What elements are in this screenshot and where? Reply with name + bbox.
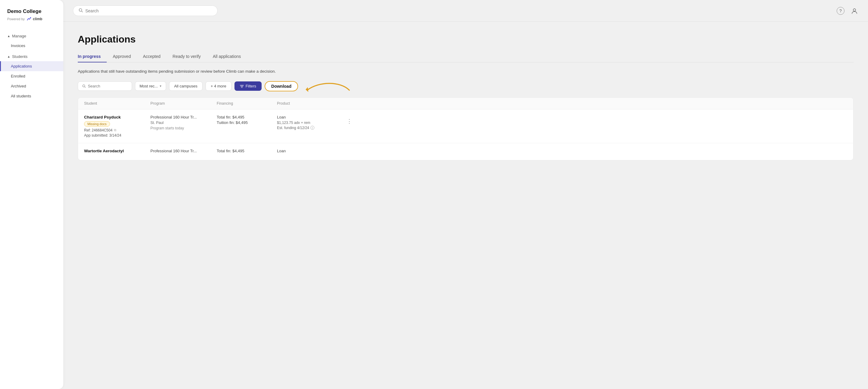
topbar: ? (63, 0, 868, 22)
more-filters-button[interactable]: + 4 more (206, 82, 231, 91)
actions-cell-1: ⋮ (343, 115, 355, 124)
missing-docs-badge: Missing docs (84, 121, 110, 127)
applications-tabs: In progress Approved Accepted Ready to v… (78, 51, 854, 62)
campus-filter-button[interactable]: All campuses (169, 82, 203, 91)
svg-marker-9 (306, 87, 308, 92)
students-chevron-icon: ▲ (7, 55, 10, 58)
sidebar-item-enrolled[interactable]: Enrolled (0, 71, 63, 81)
student-cell-1: Charizard Psyduck Missing docs Ref: 2466… (84, 115, 150, 138)
program-starts-1: Program starts today (150, 126, 217, 130)
sidebar: Demo College Powered by climb ▲ Manage I… (0, 0, 63, 389)
copy-icon-1[interactable]: ⧉ (114, 128, 116, 132)
tab-in-progress[interactable]: In progress (78, 51, 107, 62)
filters-icon (240, 84, 244, 88)
svg-line-5 (85, 87, 86, 88)
sidebar-item-invoices[interactable]: Invoices (0, 41, 63, 51)
page-content: Applications In progress Approved Accept… (63, 22, 868, 389)
sidebar-section-manage: ▲ Manage Invoices (0, 31, 63, 51)
filters-row: Most rec... ▾ All campuses + 4 more Filt… (78, 81, 854, 91)
global-search-bar[interactable] (73, 5, 218, 16)
ref-row-1: Ref: 246684C504 ⧉ (84, 128, 150, 132)
applications-table: Student Program Financing Product Chariz… (78, 97, 854, 160)
financing-cell-1: Total fin: $4,495 Tuition fin: $4,495 (217, 115, 277, 126)
main-content: ? Applications In progress Approved Acce… (63, 0, 868, 389)
sidebar-item-all-students[interactable]: All students (0, 91, 63, 101)
sort-chevron-icon: ▾ (160, 84, 161, 88)
est-funding-info-icon-1[interactable]: i (310, 126, 314, 130)
product-detail-1: $1,123.75 adv + rem (277, 121, 343, 125)
table-row: Charizard Psyduck Missing docs Ref: 2466… (78, 110, 853, 143)
col-header-product: Product (277, 101, 343, 106)
total-fin-1: Total fin: $4,495 (217, 115, 277, 119)
col-header-program: Program (150, 101, 217, 106)
help-icon-button[interactable]: ? (837, 7, 844, 15)
tab-description: Applications that still have outstanding… (78, 68, 854, 74)
product-cell-1: Loan $1,123.75 adv + rem Est. funding 4/… (277, 115, 343, 130)
student-name-2: Wartortle Aerodactyl (84, 149, 150, 153)
svg-point-3 (853, 9, 856, 11)
table-search-icon (82, 84, 86, 88)
tab-accepted[interactable]: Accepted (137, 51, 166, 62)
svg-line-2 (82, 11, 83, 12)
table-search-input[interactable] (88, 84, 127, 88)
col-header-student: Student (84, 101, 150, 106)
manage-section-header[interactable]: ▲ Manage (0, 31, 63, 41)
topbar-icons: ? (837, 7, 858, 15)
sidebar-section-students: ▲ Students Applications Enrolled Archive… (0, 52, 63, 101)
table-header: Student Program Financing Product (78, 98, 853, 110)
climb-logo-icon (26, 16, 32, 22)
global-search-input[interactable] (85, 8, 212, 13)
total-fin-2: Total fin: $4,495 (217, 149, 277, 153)
tab-ready-to-verify[interactable]: Ready to verify (167, 51, 207, 62)
download-button[interactable]: Download (265, 81, 298, 91)
table-row: Wartortle Aerodactyl Professional 160 Ho… (78, 143, 853, 160)
filters-button[interactable]: Filters (235, 82, 261, 91)
program-cell-1: Professional 160 Hour Tr... St. Paul Pro… (150, 115, 217, 130)
sidebar-item-archived[interactable]: Archived (0, 81, 63, 91)
program-name-1: Professional 160 Hour Tr... (150, 115, 217, 119)
sidebar-brand: Demo College Powered by climb (0, 8, 63, 31)
product-cell-2: Loan (277, 149, 343, 154)
program-location-1: St. Paul (150, 121, 217, 125)
row-more-button-1[interactable]: ⋮ (343, 118, 355, 124)
page-title: Applications (78, 34, 854, 45)
sort-dropdown[interactable]: Most rec... ▾ (135, 82, 166, 91)
sidebar-item-applications[interactable]: Applications (0, 61, 63, 71)
brand-powered: Powered by climb (7, 16, 56, 22)
col-header-actions (343, 101, 355, 106)
tab-all-applications[interactable]: All applications (207, 51, 247, 62)
svg-point-0 (30, 17, 31, 19)
student-name-1: Charizard Psyduck (84, 115, 150, 119)
global-search-icon (79, 8, 83, 13)
manage-chevron-icon: ▲ (7, 34, 10, 38)
product-est-1: Est. funding 4/12/24 i (277, 126, 343, 130)
tab-approved[interactable]: Approved (107, 51, 137, 62)
tuition-fin-1: Tuition fin: $4,495 (217, 120, 277, 125)
product-title-2: Loan (277, 149, 343, 153)
student-cell-2: Wartortle Aerodactyl (84, 149, 150, 155)
download-area: Download (265, 81, 298, 91)
financing-cell-2: Total fin: $4,495 (217, 149, 277, 154)
program-cell-2: Professional 160 Hour Tr... (150, 149, 217, 154)
program-name-2: Professional 160 Hour Tr... (150, 149, 217, 153)
students-section-header[interactable]: ▲ Students (0, 52, 63, 61)
col-header-financing: Financing (217, 101, 277, 106)
app-submitted-1: App submitted: 3/14/24 (84, 133, 150, 138)
climb-logo: climb (26, 16, 42, 22)
user-icon-button[interactable] (850, 7, 858, 15)
table-search-bar[interactable] (78, 82, 132, 91)
brand-name: Demo College (7, 8, 56, 14)
product-title-1: Loan (277, 115, 343, 119)
